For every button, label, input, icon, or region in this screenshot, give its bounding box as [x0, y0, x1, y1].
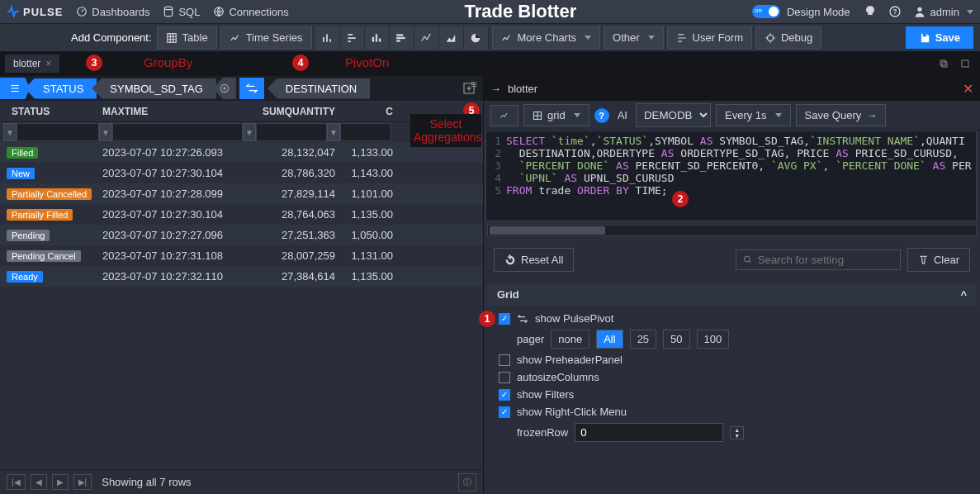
pulsepivot-checkbox[interactable]: ✓ — [499, 313, 510, 325]
design-mode-toggle[interactable]: on — [752, 5, 780, 18]
page-next-button[interactable]: ▶ — [52, 474, 69, 490]
pie-button[interactable] — [464, 26, 489, 50]
user-menu[interactable]: admin — [913, 5, 973, 18]
pulse-icon — [7, 5, 20, 18]
table-row[interactable]: Pending2023-07-07 10:27:27.09627,251,363… — [0, 225, 483, 245]
brand-logo[interactable]: PULSE — [7, 5, 63, 18]
stacked-hbar-button[interactable] — [390, 26, 414, 50]
hbar-chart-button[interactable] — [340, 26, 365, 50]
swap-button[interactable] — [239, 78, 264, 99]
page-prev-button[interactable]: ◀ — [31, 474, 47, 490]
svg-text:?: ? — [892, 7, 897, 16]
frozenrow-spinner[interactable]: ▲▼ — [730, 426, 744, 439]
table-row[interactable]: Partially Filled2023-07-07 10:27:30.1042… — [0, 204, 483, 225]
nav-dashboards[interactable]: Dashboards — [76, 6, 149, 18]
table-row[interactable]: Pending Cancel2023-07-07 10:27:31.10828,… — [0, 245, 483, 266]
page-last-button[interactable]: ▶| — [73, 474, 92, 490]
info-button[interactable]: ⓘ — [458, 473, 476, 492]
filter-icon[interactable]: ▼ — [327, 123, 340, 141]
chart-preview-button[interactable] — [490, 105, 518, 126]
add-table-button[interactable]: Table — [157, 26, 217, 49]
help-badge[interactable]: ? — [594, 108, 609, 123]
header-status[interactable]: STATUS — [3, 106, 102, 117]
filter-sumq-input[interactable] — [256, 123, 327, 141]
preheader-checkbox[interactable] — [499, 354, 510, 366]
area-button[interactable] — [439, 26, 464, 50]
pager-25[interactable]: 25 — [630, 330, 656, 349]
database-select[interactable]: DEMODB — [636, 103, 711, 127]
back-arrow-icon[interactable]: → — [490, 83, 501, 95]
cell-c: 1,050.00 — [335, 229, 401, 241]
debug-button[interactable]: Debug — [755, 26, 821, 49]
option-pager: pager none All 25 50 100 — [499, 330, 965, 349]
more-charts-button[interactable]: More Charts — [492, 26, 601, 49]
header-sumq[interactable]: SUMQUANTITY — [249, 106, 335, 117]
globe-icon — [213, 6, 225, 17]
groupby-pill-status[interactable]: STATUS — [25, 78, 97, 99]
bulb-icon[interactable] — [864, 5, 877, 18]
frozenrow-input[interactable] — [575, 423, 723, 442]
frozenrow-label: frozenRow — [517, 426, 568, 439]
duplicate-button[interactable] — [934, 55, 954, 72]
filter-icon[interactable]: ▼ — [3, 123, 17, 141]
spinner-down[interactable]: ▼ — [731, 433, 743, 439]
pager-100[interactable]: 100 — [697, 330, 730, 349]
nav-connections[interactable]: Connections — [213, 6, 288, 18]
pivoton-pill-destination[interactable]: DESTINATION — [267, 78, 370, 99]
stacked-bar-button[interactable] — [365, 26, 390, 50]
svg-rect-11 — [396, 36, 405, 38]
grid-type-select[interactable]: grid — [523, 104, 589, 126]
pager-none[interactable]: none — [551, 330, 589, 349]
filter-icon[interactable]: ▼ — [243, 123, 256, 141]
header-maxtime[interactable]: MAXTIME — [102, 106, 249, 117]
tab-blotter[interactable]: blotter × — [5, 55, 59, 73]
filter-icon[interactable]: ▼ — [99, 123, 112, 141]
filters-checkbox[interactable]: ✓ — [499, 389, 510, 401]
rightclick-label: show Right-Click Menu — [517, 406, 627, 418]
table-row[interactable]: Partially Cancelled2023-07-07 10:27:28.0… — [0, 183, 483, 204]
add-groupby-button[interactable] — [213, 78, 236, 99]
user-icon — [913, 5, 926, 18]
nav-sql[interactable]: SQL — [163, 6, 200, 18]
refresh-interval-button[interactable]: Every 1s — [716, 104, 791, 126]
spinner-up[interactable]: ▲ — [731, 427, 743, 433]
sql-editor[interactable]: 1SELECT `time`,`STATUS`,SYMBOL AS SYMBOL… — [485, 131, 977, 221]
reset-all-button[interactable]: Reset All — [494, 248, 574, 272]
ai-label[interactable]: AI — [614, 109, 631, 121]
save-button[interactable]: Save — [906, 26, 973, 49]
rightclick-checkbox[interactable]: ✓ — [499, 406, 510, 418]
setting-search[interactable] — [736, 249, 901, 270]
filter-maxtime-input[interactable] — [112, 123, 243, 141]
close-icon[interactable]: × — [45, 58, 51, 69]
autosize-checkbox[interactable] — [499, 372, 510, 383]
filter-status-input[interactable] — [17, 123, 99, 141]
chevron-down-icon — [775, 113, 782, 117]
filter-c-input[interactable] — [340, 123, 391, 141]
maximize-button[interactable] — [955, 55, 975, 72]
line-chart-icon — [230, 32, 241, 44]
horizontal-scrollbar[interactable] — [487, 225, 977, 236]
menu-icon[interactable]: ≡ — [471, 78, 478, 91]
bar-chart-button[interactable] — [315, 26, 340, 50]
other-button[interactable]: Other — [604, 26, 664, 49]
search-icon — [743, 254, 753, 265]
groupby-pill-symbol[interactable]: SYMBOL_SD_TAG — [92, 78, 215, 99]
close-editor-button[interactable]: ✕ — [963, 81, 973, 97]
setting-search-input[interactable] — [758, 254, 893, 266]
save-query-button[interactable]: Save Query → — [796, 104, 887, 126]
scrollbar-thumb[interactable] — [490, 226, 605, 235]
header-c[interactable]: C — [335, 106, 401, 117]
add-timeseries-button[interactable]: Time Series — [220, 26, 312, 49]
table-row[interactable]: New2023-07-07 10:27:30.10428,786,3201,14… — [0, 163, 483, 183]
pager-all[interactable]: All — [596, 330, 623, 349]
page-first-button[interactable]: |◀ — [7, 474, 26, 490]
help-icon[interactable]: ? — [888, 5, 902, 18]
line-button[interactable] — [414, 26, 439, 50]
user-form-button[interactable]: User Form — [667, 26, 752, 49]
table-row[interactable]: Ready2023-07-07 10:27:32.11027,384,6141,… — [0, 266, 483, 287]
cell-sumq: 28,764,063 — [249, 208, 335, 221]
pager-50[interactable]: 50 — [663, 330, 689, 349]
grid-section-header[interactable]: Grid ^ — [487, 283, 977, 306]
plus-circle-icon — [219, 83, 230, 94]
clear-button[interactable]: Clear — [907, 248, 970, 272]
